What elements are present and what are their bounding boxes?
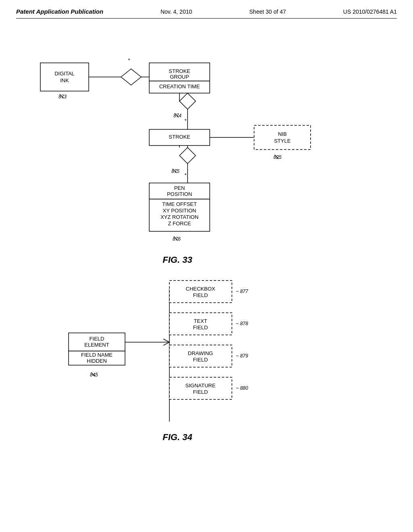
signature-text-1: SIGNATURE [186, 382, 216, 389]
asterisk-2: * [184, 118, 186, 124]
diamond-3 [179, 148, 196, 164]
ref-879: ~ 879 [236, 353, 248, 359]
ref-877: ~ 877 [236, 289, 249, 294]
sheet-label: Sheet 30 of 47 [249, 8, 286, 15]
checkbox-text-1: CHECKBOX [186, 286, 215, 292]
nib-style-box [254, 125, 311, 150]
stroke-group-text-1: STROKE [169, 68, 190, 74]
attr-xy-pos: XY POSITION [163, 208, 196, 214]
nib-style-text-1: NIB [278, 131, 287, 137]
digital-ink-text-1: DIGITAL [54, 71, 75, 77]
attr-time-offset: TIME OFFSET [162, 201, 197, 207]
drawing-text-2: FIELD [193, 357, 208, 363]
fig33-svg: DIGITAL INK 873 * STROKE GROUP CREATION … [16, 31, 413, 268]
attr-xyz-rot: XYZ ROTATION [161, 214, 198, 220]
ref-878: ~ 878 [236, 321, 248, 326]
asterisk-3: * [184, 172, 186, 178]
stroke-group-text-2: GROUP [170, 74, 189, 80]
checkbox-text-2: FIELD [193, 292, 208, 298]
field-name-text: FIELD NAME [81, 352, 113, 358]
text-field-text-2: FIELD [193, 324, 208, 330]
text-field-text-1: TEXT [194, 318, 207, 324]
field-el-text-1: FIELD [90, 336, 104, 342]
publication-label: Patent Application Publication [16, 8, 103, 15]
fig33-diagram: DIGITAL INK 873 * STROKE GROUP CREATION … [16, 31, 397, 268]
diamond-2 [179, 93, 196, 109]
fig34-diagram: FIELD ELEMENT FIELD NAME HIDDEN 845 CHEC… [16, 264, 397, 450]
nib-style-text-2: STYLE [274, 138, 291, 144]
diamond-1 [121, 69, 141, 85]
page-header: Patent Application Publication Nov. 4, 2… [16, 8, 397, 19]
drawing-text-1: DRAWING [188, 350, 213, 356]
digital-ink-text-2: INK [60, 77, 69, 83]
field-hidden-text: HIDDEN [87, 358, 107, 364]
page: Patent Application Publication Nov. 4, 2… [0, 0, 413, 532]
attr-z-force: Z FORCE [168, 220, 191, 227]
pen-pos-text-2: POSITION [167, 191, 192, 197]
stroke-text: STROKE [169, 134, 190, 140]
asterisk-1: * [128, 57, 130, 63]
patent-number: US 2010/0276481 A1 [343, 8, 397, 15]
creation-time-text: CREATION TIME [159, 83, 200, 89]
pen-pos-text-1: PEN [174, 185, 185, 191]
ref-880: ~ 880 [236, 385, 248, 391]
date-label: Nov. 4, 2010 [161, 8, 192, 15]
digital-ink-box [40, 63, 89, 91]
fig34-svg: FIELD ELEMENT FIELD NAME HIDDEN 845 CHEC… [16, 264, 413, 454]
field-el-text-2: ELEMENT [84, 342, 109, 348]
fig34-caption: FIG. 34 [163, 432, 192, 442]
signature-text-2: FIELD [193, 389, 208, 395]
fig33-caption: FIG. 33 [163, 255, 192, 265]
